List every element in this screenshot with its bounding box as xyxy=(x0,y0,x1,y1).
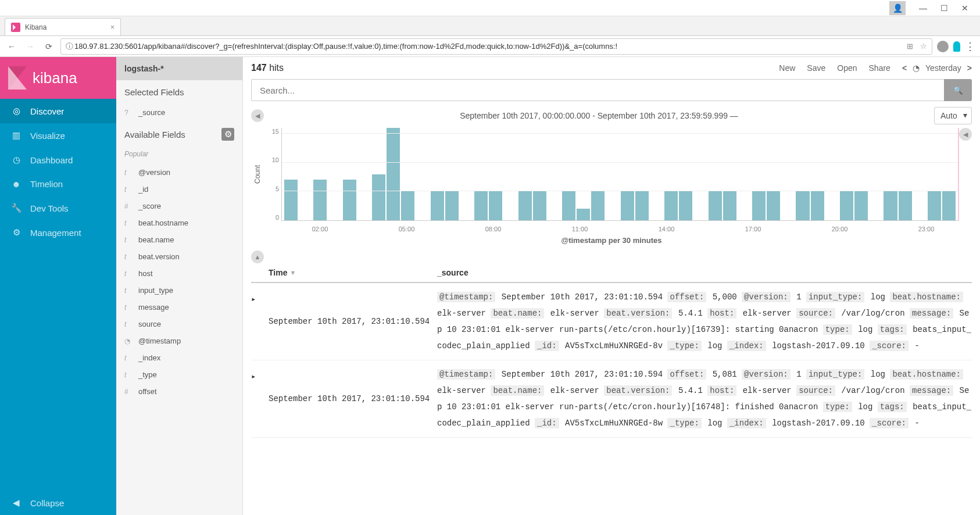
col-header-time[interactable]: Time ▼ xyxy=(269,268,437,277)
histogram-bar[interactable] xyxy=(664,191,678,220)
histogram-bar[interactable] xyxy=(709,191,722,220)
share-button[interactable]: Share xyxy=(869,63,890,73)
field-item-offset[interactable]: offset xyxy=(116,383,242,400)
window-maximize[interactable]: ☐ xyxy=(933,1,954,15)
histogram-bar[interactable] xyxy=(431,191,444,220)
nav-timelion[interactable]: ☻ Timelion xyxy=(0,172,116,196)
field-item--type[interactable]: _type xyxy=(116,366,242,383)
nav-dashboard[interactable]: ◷ Dashboard xyxy=(0,148,116,172)
time-next-button[interactable]: > xyxy=(967,63,972,73)
search-button[interactable]: 🔍 xyxy=(944,79,972,101)
histogram-bar[interactable] xyxy=(562,191,575,220)
field-item--source[interactable]: _source xyxy=(116,104,242,121)
sort-desc-icon[interactable]: ▼ xyxy=(289,269,296,276)
field-item--index[interactable]: _index xyxy=(116,349,242,366)
field-item-beat-name[interactable]: beat.name xyxy=(116,231,242,248)
fields-settings-button[interactable]: ⚙ xyxy=(221,128,234,141)
docs-collapse[interactable]: ▲ xyxy=(251,251,264,263)
histogram-bar[interactable] xyxy=(679,191,692,220)
histogram-bar[interactable] xyxy=(811,191,824,220)
nav-devtools[interactable]: 🔧 Dev Tools xyxy=(0,196,116,220)
histogram-bar[interactable] xyxy=(401,191,414,220)
field-item-input-type[interactable]: input_type xyxy=(116,282,242,299)
histogram-bar[interactable] xyxy=(928,191,941,220)
field-name: _source xyxy=(138,108,165,117)
histogram-bar[interactable] xyxy=(635,191,649,220)
translate-icon[interactable]: ⊞ xyxy=(907,42,913,51)
window-close[interactable]: ✕ xyxy=(954,1,975,15)
browser-toolbar: ← → ⟳ ⓘ 180.97.81.230:5601/app/kibana#/d… xyxy=(0,36,980,57)
histogram-bar[interactable] xyxy=(854,191,868,220)
histogram-bar[interactable] xyxy=(533,191,546,220)
histogram-bar[interactable] xyxy=(591,191,605,220)
site-info-icon[interactable]: ⓘ xyxy=(66,41,73,52)
histogram-bar[interactable] xyxy=(577,209,590,220)
col-header-source[interactable]: _source xyxy=(437,268,972,277)
field-item--timestamp[interactable]: @timestamp xyxy=(116,332,242,349)
browser-url-bar[interactable]: ⓘ 180.97.81.230:5601/app/kibana#/discove… xyxy=(60,38,932,55)
field-item-beat-hostname[interactable]: beat.hostname xyxy=(116,214,242,231)
histogram-bar[interactable] xyxy=(621,191,634,220)
histogram-bar[interactable] xyxy=(723,191,736,220)
histogram-bar[interactable] xyxy=(313,180,327,220)
histogram-bar[interactable] xyxy=(387,128,400,220)
time-range-label[interactable]: Yesterday xyxy=(925,63,961,73)
kibana-logo[interactable]: kibana xyxy=(0,57,116,99)
histogram-bar[interactable] xyxy=(752,191,766,220)
histogram-bar[interactable] xyxy=(343,180,356,220)
browser-reload-button[interactable]: ⟳ xyxy=(42,40,56,53)
histogram-bar[interactable] xyxy=(899,191,912,220)
field-item--score[interactable]: _score xyxy=(116,198,242,214)
browser-menu-icon[interactable]: ⋮ xyxy=(965,40,975,53)
bookmark-star-icon[interactable]: ☆ xyxy=(920,42,927,51)
chart-bars[interactable] xyxy=(281,128,959,221)
nav-management[interactable]: ⚙ Management xyxy=(0,220,116,245)
browser-tab-kibana[interactable]: Kibana × xyxy=(5,18,121,35)
histogram-bar[interactable] xyxy=(445,191,459,220)
field-item-host[interactable]: host xyxy=(116,265,242,282)
row-expand-toggle[interactable]: ▸ xyxy=(251,366,269,431)
interval-select[interactable]: Auto xyxy=(934,107,972,124)
nav-discover[interactable]: ◎ Discover xyxy=(0,99,116,123)
chart-collapse-right[interactable]: ◀ xyxy=(959,128,972,141)
histogram-bar[interactable] xyxy=(942,191,956,220)
field-item--id[interactable]: _id xyxy=(116,181,242,198)
field-item-beat-version[interactable]: beat.version xyxy=(116,248,242,265)
field-item-message[interactable]: message xyxy=(116,299,242,316)
histogram-bar[interactable] xyxy=(767,191,780,220)
browser-back-button[interactable]: ← xyxy=(5,40,19,53)
browser-forward-button[interactable]: → xyxy=(23,40,37,53)
histogram-bar[interactable] xyxy=(474,191,488,220)
kibana-favicon xyxy=(11,23,20,32)
histogram-bar[interactable] xyxy=(372,174,385,221)
chart-collapse-left[interactable]: ◀ xyxy=(251,109,264,122)
histogram-bar[interactable] xyxy=(489,191,502,220)
row-time: September 10th 2017, 23:01:10.594 xyxy=(269,289,437,354)
row-expand-toggle[interactable]: ▸ xyxy=(251,289,269,354)
user-icon[interactable]: 👤 xyxy=(889,1,906,15)
histogram-bar[interactable] xyxy=(284,180,298,220)
search-input[interactable] xyxy=(251,79,944,101)
kv-key: source: xyxy=(796,385,835,396)
nav-collapse[interactable]: ◀ Collapse xyxy=(0,491,116,515)
field-item--version[interactable]: @version xyxy=(116,164,242,181)
new-button[interactable]: New xyxy=(779,63,795,73)
field-item-source[interactable]: source xyxy=(116,316,242,332)
window-minimize[interactable]: — xyxy=(913,1,933,15)
histogram-bar[interactable] xyxy=(518,191,532,220)
time-prev-button[interactable]: < xyxy=(902,63,907,73)
extension-icon[interactable] xyxy=(937,41,949,52)
histogram-bar[interactable] xyxy=(796,191,809,220)
field-name: beat.name xyxy=(138,235,174,244)
tab-close-icon[interactable]: × xyxy=(110,23,115,31)
kv-key: tags: xyxy=(878,402,907,412)
index-pattern-header[interactable]: logstash-* xyxy=(116,57,242,80)
nav-visualize[interactable]: ▥ Visualize xyxy=(0,123,116,148)
histogram-bar[interactable] xyxy=(884,191,897,220)
open-button[interactable]: Open xyxy=(837,63,857,73)
histogram-bar[interactable] xyxy=(840,191,853,220)
content-scroll[interactable]: ◀ September 10th 2017, 00:00:00.000 - Se… xyxy=(243,107,980,515)
save-button[interactable]: Save xyxy=(807,63,825,73)
extension-icon-2[interactable] xyxy=(953,41,960,52)
chart-ylabel: Count xyxy=(251,128,264,221)
